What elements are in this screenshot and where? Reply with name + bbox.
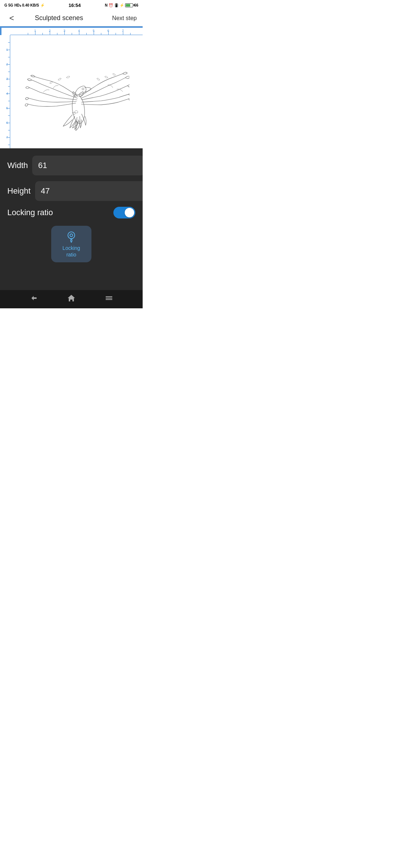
data-speed: 0.40 KB/S [22,3,39,7]
page-title: Sculpted scenes [6,14,112,22]
height-label: Height [7,186,31,196]
status-right: N ⏰ 📳 ⚡ 66 [105,3,138,7]
svg-rect-4 [106,298,112,298]
svg-rect-5 [106,299,112,300]
locking-btn-label: Lockingratio [63,245,80,258]
eagle-drawing [10,35,143,148]
bt-icon: N [105,3,108,7]
ruler-top: 1 2 3 4 5 6 7 [10,28,143,35]
svg-point-0 [82,88,84,90]
width-label: Width [7,161,28,170]
height-row: Height MM [7,181,135,201]
canvas-area: 1 2 3 4 5 6 7 1 2 [0,28,143,148]
battery-indicator [125,3,133,7]
bolt-icon: ⚡ [120,3,124,7]
svg-point-1 [68,232,75,239]
bottom-nav [0,290,143,308]
home-nav-button[interactable] [66,293,76,305]
status-bar: G 5G HD₂ 0.40 KB/S ⚡ 16:54 N ⏰ 📳 ⚡ 66 [0,0,143,10]
menu-nav-button[interactable] [104,293,114,305]
locking-ratio-row: Locking ratio [7,207,135,218]
back-nav-button[interactable] [29,293,39,305]
bottom-panel: Width MM Height MM Locking ratio [0,148,143,290]
vibrate-icon: 📳 [114,3,118,7]
signal-5g: 5G [8,3,13,7]
time-display: 16:54 [69,3,81,8]
width-row: Width MM [7,156,135,175]
width-input[interactable] [32,156,143,175]
height-input[interactable] [35,181,143,201]
alarm-icon: ⏰ [109,3,113,7]
status-left: G 5G HD₂ 0.40 KB/S ⚡ [4,3,45,7]
locking-ratio-button[interactable]: Lockingratio [51,226,91,262]
signal-hd: HD₂ [14,3,21,7]
svg-point-2 [70,234,72,236]
svg-rect-3 [106,296,112,297]
locking-ratio-toggle[interactable] [113,207,135,218]
nav-bar: < Sculpted scenes Next step [0,10,143,26]
signal-g: G [4,3,7,7]
usb-icon: ⚡ [40,3,45,7]
locking-ratio-icon [65,230,78,243]
locking-label: Locking ratio [7,208,113,217]
battery-percent: 66 [134,3,138,7]
page-wrapper: G 5G HD₂ 0.40 KB/S ⚡ 16:54 N ⏰ 📳 ⚡ 66 < … [0,0,143,308]
next-step-button[interactable]: Next step [112,15,137,22]
ruler-left: 1 2 3 4 5 6 7 [0,35,10,148]
